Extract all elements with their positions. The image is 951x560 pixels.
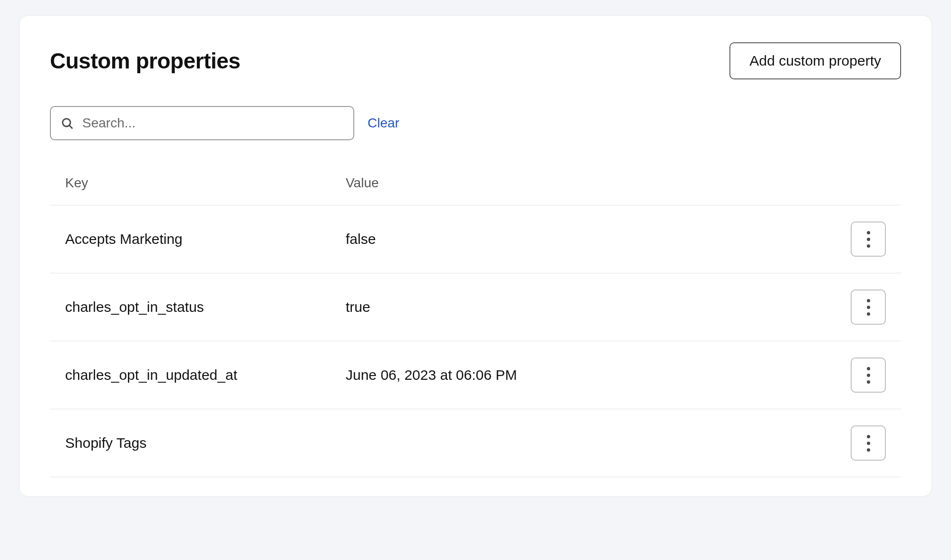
clear-button[interactable]: Clear <box>368 116 399 131</box>
cell-value: false <box>346 231 829 247</box>
cell-value: true <box>346 299 829 315</box>
custom-properties-card: Custom properties Add custom property Cl… <box>19 15 932 497</box>
kebab-icon <box>867 435 870 452</box>
kebab-icon <box>867 367 870 384</box>
row-actions-button[interactable] <box>851 425 886 461</box>
row-actions <box>829 357 886 393</box>
table-row: Shopify Tags <box>50 409 901 477</box>
column-header-value: Value <box>346 175 829 191</box>
kebab-icon <box>867 299 870 316</box>
row-actions-button[interactable] <box>851 222 886 257</box>
table-row: Accepts Marketing false <box>50 205 901 273</box>
row-actions-button[interactable] <box>851 357 886 393</box>
add-custom-property-button[interactable]: Add custom property <box>729 42 901 79</box>
row-actions-button[interactable] <box>851 290 886 325</box>
cell-key: charles_opt_in_updated_at <box>65 367 346 383</box>
kebab-icon <box>867 231 870 248</box>
table-header: Key Value <box>50 167 901 205</box>
cell-value: June 06, 2023 at 06:06 PM <box>346 367 829 383</box>
row-actions <box>829 290 886 325</box>
table-row: charles_opt_in_status true <box>50 273 901 341</box>
search-input[interactable] <box>50 106 354 140</box>
row-actions <box>829 222 886 257</box>
search-row: Clear <box>50 106 901 140</box>
page-title: Custom properties <box>50 48 240 74</box>
cell-key: charles_opt_in_status <box>65 299 346 315</box>
row-actions <box>829 425 886 461</box>
svg-line-1 <box>69 126 72 128</box>
card-header: Custom properties Add custom property <box>50 42 901 79</box>
column-header-key: Key <box>65 175 346 191</box>
search-wrap <box>50 106 354 140</box>
cell-key: Shopify Tags <box>65 435 346 451</box>
table-row: charles_opt_in_updated_at June 06, 2023 … <box>50 341 901 409</box>
properties-table: Key Value Accepts Marketing false charle… <box>50 167 901 477</box>
search-icon <box>60 116 74 130</box>
cell-key: Accepts Marketing <box>65 231 346 247</box>
